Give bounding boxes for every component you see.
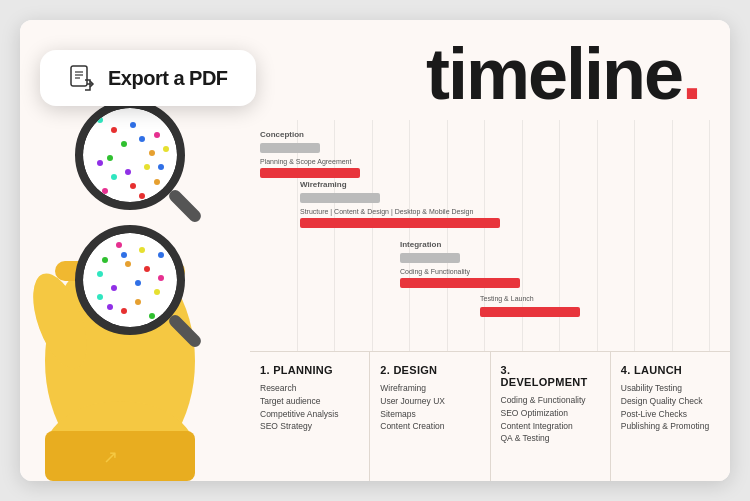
grid-col-11 <box>635 120 673 370</box>
svg-rect-4 <box>45 431 195 481</box>
gantt-bar-2-gray <box>300 193 380 203</box>
page-title: timeline. <box>426 34 700 114</box>
section-launch-item-1: Usability Testing <box>621 382 720 395</box>
title-dot: . <box>682 34 700 114</box>
grid-col-10 <box>598 120 636 370</box>
gantt-row-3-label2: Coding & Functionality <box>400 268 600 275</box>
pdf-icon <box>68 64 96 92</box>
dots-top <box>83 108 177 202</box>
title-area: timeline. <box>426 38 700 110</box>
section-planning-item-4: SEO Strategy <box>260 420 359 433</box>
section-design-item-2: User Journey UX <box>380 395 479 408</box>
section-launch: 4. LAUNCH Usability Testing Design Quali… <box>611 352 730 481</box>
section-design-item-4: Content Creation <box>380 420 479 433</box>
grid-col-12 <box>673 120 711 370</box>
section-development-title: 3. DEVELOPMENT <box>501 364 600 388</box>
gantt-row-4-label2: Testing & Launch <box>480 295 630 302</box>
bottom-sections: 1. PLANNING Research Target audience Com… <box>250 351 730 481</box>
section-planning-item-1: Research <box>260 382 359 395</box>
gantt-bar-3-red <box>400 278 520 288</box>
section-development-item-4: QA & Testing <box>501 432 600 445</box>
gantt-bar-2-red <box>300 218 500 228</box>
section-design-item-1: Wireframing <box>380 382 479 395</box>
gantt-row-2: Wireframing Structure | Content & Design… <box>300 180 580 228</box>
section-development-item-2: SEO Optimization <box>501 407 600 420</box>
gantt-row-2-label2: Structure | Content & Design | Desktop &… <box>300 208 580 215</box>
gantt-row-1-label2: Planning & Scope Agreement <box>260 158 460 165</box>
section-launch-item-3: Post-Live Checks <box>621 408 720 421</box>
section-planning: 1. PLANNING Research Target audience Com… <box>250 352 370 481</box>
section-development-item-1: Coding & Functionality <box>501 394 600 407</box>
gantt-row-1: Conception Planning & Scope Agreement <box>260 130 460 178</box>
svg-text:↗: ↗ <box>103 447 118 467</box>
gantt-row-2-label1: Wireframing <box>300 180 580 189</box>
gantt-row-3: Integration Coding & Functionality <box>400 240 600 288</box>
section-development: 3. DEVELOPMENT Coding & Functionality SE… <box>491 352 611 481</box>
gantt-bar-3-gray <box>400 253 460 263</box>
section-planning-title: 1. PLANNING <box>260 364 359 376</box>
section-planning-item-3: Competitive Analysis <box>260 408 359 421</box>
export-pdf-button[interactable]: Export a PDF <box>40 50 256 106</box>
section-launch-item-4: Publishing & Promoting <box>621 420 720 433</box>
section-planning-item-2: Target audience <box>260 395 359 408</box>
gantt-bar-1-red <box>260 168 360 178</box>
section-design-item-3: Sitemaps <box>380 408 479 421</box>
section-development-item-3: Content Integration <box>501 420 600 433</box>
section-launch-item-2: Design Quality Check <box>621 395 720 408</box>
section-design: 2. DESIGN Wireframing User Journey UX Si… <box>370 352 490 481</box>
gantt-bar-1-gray <box>260 143 320 153</box>
dots-bottom <box>83 233 177 327</box>
gantt-row-1-label1: Conception <box>260 130 460 139</box>
svg-rect-6 <box>71 66 87 86</box>
title-text: timeline <box>426 34 682 114</box>
gantt-row-3-label1: Integration <box>400 240 600 249</box>
export-pdf-label: Export a PDF <box>108 67 228 90</box>
illustration-area: ↗ <box>20 60 260 481</box>
gantt-bar-4-red <box>480 307 580 317</box>
section-launch-title: 4. LAUNCH <box>621 364 720 376</box>
section-design-title: 2. DESIGN <box>380 364 479 376</box>
gantt-row-4: Testing & Launch <box>480 295 630 317</box>
